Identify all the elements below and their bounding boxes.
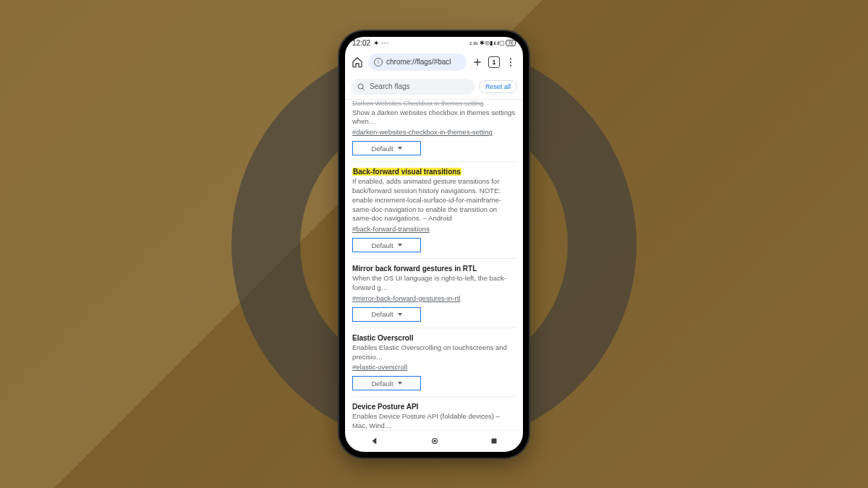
flag-description: If enabled, adds animated gesture transi… <box>352 177 516 223</box>
nav-home-icon[interactable] <box>430 436 440 446</box>
chevron-down-icon <box>398 382 402 385</box>
status-time: 12:02 <box>352 39 370 47</box>
flag-title: Darken Websites Checkbox in themes setti… <box>352 100 516 107</box>
flag-title: Back-forward visual transitions <box>352 168 461 176</box>
chevron-down-icon <box>398 244 402 247</box>
tab-count: 1 <box>492 59 495 66</box>
browser-toolbar: i chrome://flags/#bacl 1 <box>345 50 523 74</box>
reset-all-button[interactable]: Reset all <box>479 80 517 93</box>
flag-dropdown[interactable]: Default <box>352 376 421 390</box>
flag-title: Device Posture API <box>352 403 516 411</box>
flag-dropdown[interactable]: Default <box>352 307 421 322</box>
search-icon <box>357 82 365 91</box>
home-icon[interactable] <box>351 56 364 69</box>
chevron-down-icon <box>398 313 402 316</box>
flag-description: Enables Elastic Overscrolling on touchsc… <box>352 343 516 362</box>
flag-description: Show a darken websites checkbox in theme… <box>352 108 516 127</box>
flag-item: Darken Websites Checkbox in themes setti… <box>352 100 516 163</box>
dropdown-value: Default <box>371 241 393 249</box>
svg-point-5 <box>434 440 435 442</box>
dropdown-value: Default <box>371 310 393 318</box>
flag-link[interactable]: #mirror-back-forward-gestures-in-rtl <box>352 294 460 302</box>
flag-description: When the OS UI language is right-to-left… <box>352 274 516 293</box>
svg-point-0 <box>510 58 511 59</box>
flags-search-row: Search flags Reset all <box>345 74 523 100</box>
flag-link[interactable]: #back-forward-transitions <box>352 225 430 233</box>
svg-point-1 <box>510 61 511 62</box>
flag-title: Elastic Overscroll <box>352 334 516 342</box>
flag-description: Enables Device Posture API (foldable dev… <box>352 412 516 429</box>
search-placeholder: Search flags <box>370 82 410 90</box>
system-nav-bar <box>345 430 523 452</box>
flag-item: Device Posture API Enables Device Postur… <box>352 397 516 429</box>
flag-title: Mirror back forward gestures in RTL <box>352 265 516 273</box>
nav-back-icon[interactable] <box>370 436 380 446</box>
omnibox[interactable]: i chrome://flags/#bacl <box>368 53 467 71</box>
dropdown-value: Default <box>371 145 393 153</box>
battery-icon: 76 <box>506 40 516 46</box>
flag-item: Mirror back forward gestures in RTL When… <box>352 259 516 328</box>
svg-point-3 <box>358 84 363 89</box>
omnibox-url: chrome://flags/#bacl <box>386 58 451 66</box>
phone-screen: 12:02 ✦ ⋯ 2.36 ✱ ◎ ▮ .ıl .ıl ▢ 76 i chro… <box>345 37 523 452</box>
status-kb-rate: 2.36 <box>469 41 478 46</box>
flag-dropdown[interactable]: Default <box>352 141 421 155</box>
status-bar: 12:02 ✦ ⋯ 2.36 ✱ ◎ ▮ .ıl .ıl ▢ 76 <box>345 37 523 50</box>
stage-background: 12:02 ✦ ⋯ 2.36 ✱ ◎ ▮ .ıl .ıl ▢ 76 i chro… <box>0 0 868 488</box>
site-info-icon[interactable]: i <box>374 58 383 67</box>
flag-item: Elastic Overscroll Enables Elastic Overs… <box>352 328 516 398</box>
svg-point-2 <box>510 64 511 66</box>
flag-dropdown[interactable]: Default <box>352 238 421 252</box>
menu-icon[interactable] <box>504 56 517 69</box>
search-input[interactable]: Search flags <box>351 79 475 95</box>
chevron-down-icon <box>398 147 402 150</box>
flag-link[interactable]: #darken-websites-checkbox-in-themes-sett… <box>352 128 493 136</box>
svg-rect-6 <box>491 439 496 444</box>
flag-item: Back-forward visual transitions If enabl… <box>352 162 516 259</box>
phone-frame: 12:02 ✦ ⋯ 2.36 ✱ ◎ ▮ .ıl .ıl ▢ 76 i chro… <box>339 31 529 458</box>
flags-list[interactable]: Darken Websites Checkbox in themes setti… <box>345 100 523 430</box>
nav-recents-icon[interactable] <box>490 437 498 445</box>
flag-link[interactable]: #elastic-overscroll <box>352 363 407 371</box>
dropdown-value: Default <box>371 380 393 388</box>
new-tab-icon[interactable] <box>471 56 484 69</box>
status-indicator-icon: ✦ ⋯ <box>373 39 388 47</box>
status-signal-icons: ✱ ◎ ▮ .ıl .ıl ▢ <box>480 40 505 46</box>
tab-switcher[interactable]: 1 <box>488 56 500 68</box>
